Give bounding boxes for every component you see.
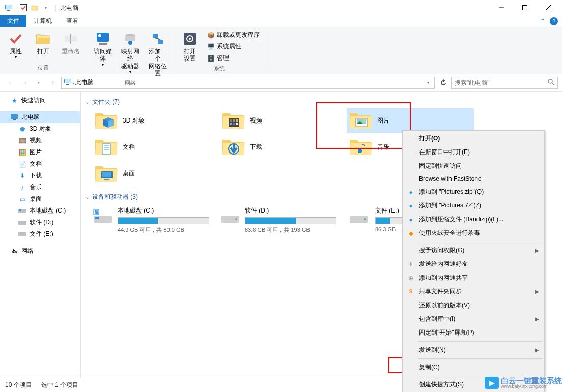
selected-count: 选中 1 个项目	[41, 381, 78, 389]
ribbon-group-network: 访问媒体▾ 映射网络 驱动器▾ 添加一个 网络位置 网络	[87, 28, 174, 73]
search-box[interactable]	[451, 77, 558, 89]
rename-button: 重命名	[58, 29, 83, 61]
pc-icon	[10, 113, 18, 122]
menu-add-neiwang[interactable]: ⊕添加到内网通共享	[404, 271, 543, 285]
drive-d[interactable]: 软件 (D:) 83.8 GB 可用，共 193 GB	[219, 206, 336, 234]
ribbon-tabs: 文件 计算机 查看 ⌃ ?	[0, 15, 562, 27]
nav-software-d[interactable]: 软件 (D:)	[0, 217, 80, 228]
nav-downloads[interactable]: ⬇下载	[0, 170, 80, 182]
qat-dropdown-icon[interactable]: ▾	[41, 3, 50, 12]
chevron-icon[interactable]: ›	[73, 80, 74, 85]
drive-e[interactable]: 文件 (E:) 86.3 GB	[347, 206, 408, 234]
drive-c[interactable]: 本地磁盘 (C:) 44.9 GB 可用，共 80.0 GB	[92, 206, 209, 234]
manage-button[interactable]: 🗄️管理	[205, 53, 262, 64]
menu-send-to[interactable]: 发送到(N)▶	[404, 343, 543, 357]
menu-add-zip[interactable]: ●添加到 "Pictures.zip"(Q)	[404, 185, 543, 199]
folder-3d-objects[interactable]: 3D 对象	[92, 108, 219, 133]
address-box[interactable]: › 此电脑 ▾	[61, 77, 435, 89]
open-settings-button[interactable]: 打开 设置	[177, 29, 203, 64]
svg-rect-16	[153, 34, 158, 38]
menu-pin-start[interactable]: 固定到"开始"屏幕(P)	[404, 326, 543, 340]
svg-rect-3	[20, 5, 27, 11]
menu-send-haoyou[interactable]: ✈发送给内网通好友	[404, 257, 543, 271]
menu-faststone[interactable]: Browse with FastStone	[404, 173, 543, 185]
search-input[interactable]	[455, 79, 547, 86]
add-network-location-button[interactable]: 添加一个 网络位置	[145, 29, 171, 78]
help-icon[interactable]: ?	[550, 17, 558, 25]
svg-rect-10	[97, 33, 109, 42]
maximize-button[interactable]	[513, 0, 537, 15]
svg-rect-38	[233, 123, 235, 125]
menu-open[interactable]: 打开(O)	[404, 132, 543, 145]
nav-this-pc[interactable]: 此电脑	[0, 111, 80, 123]
svg-rect-14	[125, 36, 135, 41]
collapse-ribbon-icon[interactable]: ⌃	[540, 17, 546, 25]
drive-network-icon	[122, 31, 138, 47]
menu-share-sync[interactable]: S共享文件夹同步▶	[404, 285, 543, 298]
menu-add-7z[interactable]: ●添加到 "Pictures.7z"(7)	[404, 199, 543, 213]
folder-videos[interactable]: 视频	[219, 108, 347, 133]
map-drive-button[interactable]: 映射网络 驱动器▾	[118, 29, 143, 78]
folder-documents[interactable]: 文档	[92, 135, 219, 159]
access-media-button[interactable]: 访问媒体▾	[90, 29, 116, 78]
nav-network[interactable]: 🖧网络	[0, 245, 80, 257]
system-properties-button[interactable]: 🖥️系统属性	[205, 41, 262, 52]
checkbox-icon[interactable]	[19, 3, 28, 12]
menu-copy[interactable]: 复制(C)	[404, 360, 543, 374]
menu-restore-versions[interactable]: 还原以前的版本(V)	[404, 298, 543, 312]
menu-bandizip[interactable]: ●添加到压缩文件 (Bandizip)(L)...	[404, 213, 543, 226]
open-button[interactable]: 打开	[31, 29, 56, 61]
folders-group-header[interactable]: ⌵ 文件夹 (7)	[86, 96, 562, 108]
folder-small-icon[interactable]	[30, 3, 39, 12]
up-button[interactable]: ↑	[47, 77, 59, 89]
nav-3d-objects[interactable]: ⬟3D 对象	[0, 123, 80, 135]
tab-file[interactable]: 文件	[0, 15, 26, 27]
menu-pin-quick-access[interactable]: 固定到快速访问	[404, 159, 543, 173]
nav-documents[interactable]: 📄文档	[0, 158, 80, 170]
menu-open-new-window[interactable]: 在新窗口中打开(E)	[404, 145, 543, 159]
nav-local-disk-c[interactable]: 本地磁盘 (C:)	[0, 205, 80, 217]
back-button[interactable]: ←	[4, 77, 16, 89]
nav-videos[interactable]: 🎞️视频	[0, 135, 80, 146]
refresh-button[interactable]	[437, 77, 449, 89]
address-dropdown-icon[interactable]: ▾	[424, 80, 432, 85]
svg-rect-36	[236, 119, 238, 122]
tab-view[interactable]: 查看	[59, 15, 86, 27]
ribbon-group-location: 属性▾ 打开 重命名 位置	[0, 28, 87, 73]
uninstall-button[interactable]: 📦卸载或更改程序	[205, 29, 262, 40]
nav-quick-access[interactable]: ★ 快速访问	[0, 95, 80, 106]
forward-button[interactable]: →	[18, 77, 31, 89]
nav-desktop[interactable]: ▭桌面	[0, 193, 80, 205]
svg-rect-56	[95, 212, 96, 214]
folder-open-icon	[35, 31, 51, 47]
nav-files-e[interactable]: 文件 (E:)	[0, 228, 80, 240]
manage-icon: 🗄️	[207, 54, 215, 63]
folder-pictures[interactable]: 图片	[347, 108, 474, 133]
network-location-icon	[150, 31, 166, 47]
drive-free-text: 83.8 GB 可用，共 193 GB	[245, 226, 336, 234]
folder-downloads[interactable]: 下载	[219, 135, 347, 159]
chevron-down-icon: ⌵	[86, 194, 89, 200]
drive-icon	[18, 219, 26, 227]
recent-dropdown[interactable]: ▾	[33, 77, 45, 89]
quick-access-toolbar: | ▾	[4, 3, 50, 12]
search-icon[interactable]	[547, 78, 554, 87]
nav-pictures[interactable]: 🖼️图片	[0, 146, 80, 158]
pc-icon	[64, 78, 72, 87]
minimize-button[interactable]	[490, 0, 513, 15]
breadcrumb-item[interactable]: 此电脑	[75, 78, 94, 87]
menu-huorong[interactable]: ◆使用火绒安全进行杀毒	[404, 226, 543, 240]
window-title: 此电脑	[60, 4, 78, 12]
drive-icon	[92, 206, 114, 227]
folder-icon	[221, 110, 246, 131]
tab-computer[interactable]: 计算机	[26, 15, 59, 27]
properties-button[interactable]: 属性▾	[3, 29, 29, 61]
menu-include-library[interactable]: 包含到库中(I)▶	[404, 312, 543, 326]
separator: |	[54, 4, 56, 11]
svg-rect-2	[7, 10, 10, 11]
menu-grant-access[interactable]: 授予访问权限(G)▶	[404, 244, 543, 257]
close-button[interactable]	[537, 0, 560, 15]
folder-desktop[interactable]: 桌面	[92, 161, 219, 186]
rename-icon	[63, 31, 79, 47]
nav-music[interactable]: ♪音乐	[0, 182, 80, 193]
